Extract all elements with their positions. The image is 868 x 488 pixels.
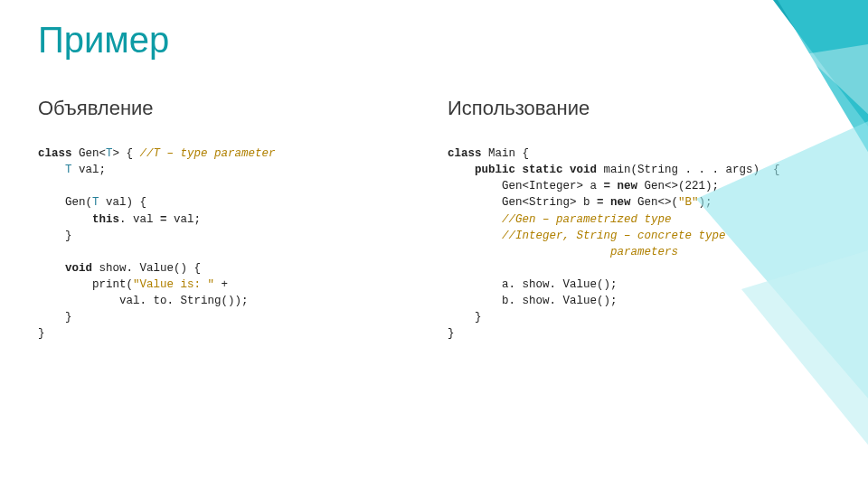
right-heading: Использование <box>448 97 830 120</box>
code-text: } <box>448 311 482 324</box>
code-text: class <box>448 147 482 160</box>
code-text: Gen<>( <box>631 196 679 209</box>
left-heading: Объявление <box>38 97 420 120</box>
code-text: val. to. String()); <box>38 295 249 307</box>
code-text: "B" <box>678 196 699 209</box>
code-text <box>604 196 611 209</box>
right-column: Использование class Main { public static… <box>448 97 830 343</box>
code-text: . val <box>119 213 160 226</box>
code-text <box>448 230 502 242</box>
code-text: main(String . . . args) { <box>597 164 780 176</box>
code-text: Gen<Integer> a <box>448 180 604 192</box>
code-text: ); <box>699 196 712 209</box>
code-text: new <box>610 196 631 209</box>
code-text: = <box>597 196 604 209</box>
code-text: //Gen – parametrized type <box>502 213 672 226</box>
code-text: public static void <box>475 164 597 176</box>
code-text: = <box>604 180 611 192</box>
code-text: show. Value() { <box>92 262 201 275</box>
code-text <box>448 246 610 258</box>
code-text: } <box>38 311 72 324</box>
code-text: val; <box>167 213 202 226</box>
slide-title: Пример <box>38 20 830 61</box>
code-text: } <box>38 230 72 242</box>
code-text: T <box>92 196 99 209</box>
code-text: = <box>160 213 167 226</box>
code-text <box>38 213 92 226</box>
code-text: //T – type parameter <box>140 147 276 160</box>
code-text <box>448 213 502 226</box>
code-text: a. show. Value(); <box>448 278 618 291</box>
code-text <box>448 164 475 176</box>
code-text: + <box>214 278 228 291</box>
code-text: Gen<>(221); <box>637 180 719 192</box>
code-text: T <box>65 164 72 176</box>
left-code-block: class Gen<T> { //T – type parameter T va… <box>38 145 420 343</box>
code-text: parameters <box>610 246 678 258</box>
slide: Пример Объявление class Gen<T> { //T – t… <box>0 0 868 488</box>
code-text: > { <box>113 147 140 160</box>
code-text <box>38 262 65 275</box>
code-text: } <box>38 327 45 340</box>
code-text: this <box>92 213 119 226</box>
columns: Объявление class Gen<T> { //T – type par… <box>38 97 830 343</box>
code-text: Main { <box>482 147 530 160</box>
code-text: void <box>65 262 92 275</box>
code-text: print( <box>38 278 133 291</box>
code-text: new <box>618 180 638 192</box>
code-text: b. show. Value(); <box>448 295 618 307</box>
right-code-block: class Main { public static void main(Str… <box>448 145 830 343</box>
code-text <box>610 180 618 192</box>
code-text: T <box>106 147 113 160</box>
code-text: "Value is: " <box>133 278 214 291</box>
code-text: } <box>448 327 455 340</box>
code-text <box>38 164 65 176</box>
left-column: Объявление class Gen<T> { //T – type par… <box>38 97 420 343</box>
code-text: val) { <box>99 196 147 209</box>
code-text: val; <box>72 164 107 176</box>
code-text: Gen<String> b <box>448 196 597 209</box>
code-text: //Integer, String – concrete type <box>502 230 726 242</box>
code-text: class <box>38 147 72 160</box>
code-text: Gen( <box>38 196 92 209</box>
code-text: Gen< <box>72 147 107 160</box>
